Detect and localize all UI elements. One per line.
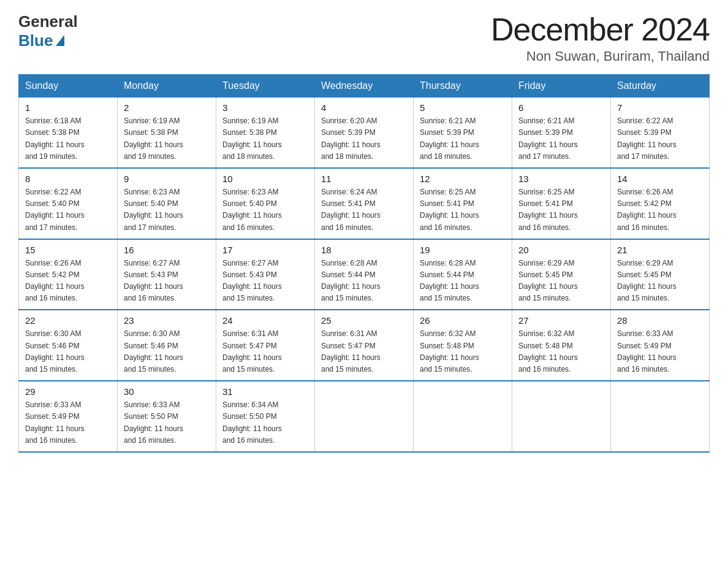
day-number: 20 bbox=[518, 245, 604, 255]
day-header-monday: Monday bbox=[118, 75, 216, 97]
logo-general: General bbox=[18, 12, 78, 31]
day-info: Sunrise: 6:33 AMSunset: 5:50 PMDaylight:… bbox=[124, 399, 210, 446]
day-header-thursday: Thursday bbox=[414, 75, 512, 97]
day-info: Sunrise: 6:26 AMSunset: 5:42 PMDaylight:… bbox=[617, 186, 703, 234]
day-info: Sunrise: 6:23 AMSunset: 5:40 PMDaylight:… bbox=[222, 186, 308, 234]
calendar-cell: 10Sunrise: 6:23 AMSunset: 5:40 PMDayligh… bbox=[216, 168, 315, 239]
day-header-friday: Friday bbox=[512, 75, 611, 97]
calendar-week-4: 22Sunrise: 6:30 AMSunset: 5:46 PMDayligh… bbox=[19, 310, 710, 381]
calendar-cell: 3Sunrise: 6:19 AMSunset: 5:38 PMDaylight… bbox=[216, 97, 315, 168]
calendar-cell: 19Sunrise: 6:28 AMSunset: 5:44 PMDayligh… bbox=[414, 239, 512, 310]
logo: General Blue bbox=[18, 12, 78, 50]
calendar-cell: 22Sunrise: 6:30 AMSunset: 5:46 PMDayligh… bbox=[19, 310, 118, 381]
calendar-week-2: 8Sunrise: 6:22 AMSunset: 5:40 PMDaylight… bbox=[19, 168, 710, 239]
calendar-cell: 11Sunrise: 6:24 AMSunset: 5:41 PMDayligh… bbox=[315, 168, 414, 239]
day-number: 7 bbox=[617, 102, 703, 113]
day-info: Sunrise: 6:19 AMSunset: 5:38 PMDaylight:… bbox=[124, 115, 210, 163]
calendar-cell: 16Sunrise: 6:27 AMSunset: 5:43 PMDayligh… bbox=[118, 239, 216, 310]
day-info: Sunrise: 6:31 AMSunset: 5:47 PMDaylight:… bbox=[321, 328, 407, 375]
day-info: Sunrise: 6:32 AMSunset: 5:48 PMDaylight:… bbox=[420, 328, 506, 375]
day-number: 19 bbox=[420, 245, 506, 255]
day-info: Sunrise: 6:33 AMSunset: 5:49 PMDaylight:… bbox=[617, 328, 703, 375]
calendar-week-3: 15Sunrise: 6:26 AMSunset: 5:42 PMDayligh… bbox=[19, 239, 710, 310]
day-info: Sunrise: 6:34 AMSunset: 5:50 PMDaylight:… bbox=[222, 399, 308, 446]
day-info: Sunrise: 6:31 AMSunset: 5:47 PMDaylight:… bbox=[222, 328, 308, 375]
day-number: 8 bbox=[25, 174, 111, 184]
calendar-cell: 5Sunrise: 6:21 AMSunset: 5:39 PMDaylight… bbox=[414, 97, 512, 168]
day-info: Sunrise: 6:22 AMSunset: 5:39 PMDaylight:… bbox=[617, 115, 703, 163]
day-info: Sunrise: 6:28 AMSunset: 5:44 PMDaylight:… bbox=[420, 258, 506, 305]
calendar-cell: 30Sunrise: 6:33 AMSunset: 5:50 PMDayligh… bbox=[118, 381, 216, 452]
calendar-week-5: 29Sunrise: 6:33 AMSunset: 5:49 PMDayligh… bbox=[19, 381, 710, 452]
day-number: 29 bbox=[25, 386, 111, 397]
day-info: Sunrise: 6:26 AMSunset: 5:42 PMDaylight:… bbox=[25, 258, 111, 305]
calendar-cell bbox=[512, 381, 611, 452]
day-number: 9 bbox=[124, 174, 210, 184]
day-number: 30 bbox=[124, 386, 210, 397]
day-headers-row: SundayMondayTuesdayWednesdayThursdayFrid… bbox=[19, 75, 710, 97]
logo-blue: Blue bbox=[18, 31, 53, 50]
day-info: Sunrise: 6:29 AMSunset: 5:45 PMDaylight:… bbox=[518, 258, 604, 305]
calendar-cell: 6Sunrise: 6:21 AMSunset: 5:39 PMDaylight… bbox=[512, 97, 611, 168]
day-info: Sunrise: 6:22 AMSunset: 5:40 PMDaylight:… bbox=[25, 186, 111, 234]
day-number: 11 bbox=[321, 174, 407, 184]
calendar-cell: 7Sunrise: 6:22 AMSunset: 5:39 PMDaylight… bbox=[611, 97, 710, 168]
title-block: December 2024 Non Suwan, Buriram, Thaila… bbox=[491, 12, 710, 64]
calendar-cell: 1Sunrise: 6:18 AMSunset: 5:38 PMDaylight… bbox=[19, 97, 118, 168]
calendar-cell bbox=[315, 381, 414, 452]
calendar-cell: 17Sunrise: 6:27 AMSunset: 5:43 PMDayligh… bbox=[216, 239, 315, 310]
calendar-cell: 2Sunrise: 6:19 AMSunset: 5:38 PMDaylight… bbox=[118, 97, 216, 168]
day-info: Sunrise: 6:29 AMSunset: 5:45 PMDaylight:… bbox=[617, 258, 703, 305]
day-number: 10 bbox=[222, 174, 308, 184]
logo-arrow-icon bbox=[56, 35, 64, 46]
day-number: 14 bbox=[617, 174, 703, 184]
month-year-title: December 2024 bbox=[491, 12, 710, 47]
page-header: General Blue December 2024 Non Suwan, Bu… bbox=[18, 12, 710, 64]
calendar-cell: 4Sunrise: 6:20 AMSunset: 5:39 PMDaylight… bbox=[315, 97, 414, 168]
day-header-saturday: Saturday bbox=[611, 75, 710, 97]
calendar-cell: 18Sunrise: 6:28 AMSunset: 5:44 PMDayligh… bbox=[315, 239, 414, 310]
calendar-cell: 28Sunrise: 6:33 AMSunset: 5:49 PMDayligh… bbox=[611, 310, 710, 381]
day-info: Sunrise: 6:23 AMSunset: 5:40 PMDaylight:… bbox=[124, 186, 210, 234]
day-info: Sunrise: 6:32 AMSunset: 5:48 PMDaylight:… bbox=[518, 328, 604, 375]
day-info: Sunrise: 6:28 AMSunset: 5:44 PMDaylight:… bbox=[321, 258, 407, 305]
day-number: 25 bbox=[321, 315, 407, 326]
day-info: Sunrise: 6:30 AMSunset: 5:46 PMDaylight:… bbox=[25, 328, 111, 375]
calendar-cell: 8Sunrise: 6:22 AMSunset: 5:40 PMDaylight… bbox=[19, 168, 118, 239]
calendar-cell bbox=[611, 381, 710, 452]
day-info: Sunrise: 6:33 AMSunset: 5:49 PMDaylight:… bbox=[25, 399, 111, 446]
day-info: Sunrise: 6:20 AMSunset: 5:39 PMDaylight:… bbox=[321, 115, 407, 163]
day-number: 13 bbox=[518, 174, 604, 184]
day-number: 31 bbox=[222, 386, 308, 397]
day-number: 4 bbox=[321, 102, 407, 113]
day-info: Sunrise: 6:18 AMSunset: 5:38 PMDaylight:… bbox=[25, 115, 111, 163]
day-info: Sunrise: 6:25 AMSunset: 5:41 PMDaylight:… bbox=[420, 186, 506, 234]
calendar-cell: 21Sunrise: 6:29 AMSunset: 5:45 PMDayligh… bbox=[611, 239, 710, 310]
day-number: 12 bbox=[420, 174, 506, 184]
day-number: 15 bbox=[25, 245, 111, 255]
calendar-cell: 12Sunrise: 6:25 AMSunset: 5:41 PMDayligh… bbox=[414, 168, 512, 239]
day-info: Sunrise: 6:27 AMSunset: 5:43 PMDaylight:… bbox=[222, 258, 308, 305]
day-header-sunday: Sunday bbox=[19, 75, 118, 97]
calendar-cell: 24Sunrise: 6:31 AMSunset: 5:47 PMDayligh… bbox=[216, 310, 315, 381]
day-number: 23 bbox=[124, 315, 210, 326]
calendar-cell: 23Sunrise: 6:30 AMSunset: 5:46 PMDayligh… bbox=[118, 310, 216, 381]
calendar-cell: 15Sunrise: 6:26 AMSunset: 5:42 PMDayligh… bbox=[19, 239, 118, 310]
day-header-wednesday: Wednesday bbox=[315, 75, 414, 97]
calendar-cell: 26Sunrise: 6:32 AMSunset: 5:48 PMDayligh… bbox=[414, 310, 512, 381]
day-info: Sunrise: 6:24 AMSunset: 5:41 PMDaylight:… bbox=[321, 186, 407, 234]
day-number: 6 bbox=[518, 102, 604, 113]
calendar-cell: 20Sunrise: 6:29 AMSunset: 5:45 PMDayligh… bbox=[512, 239, 611, 310]
day-header-tuesday: Tuesday bbox=[216, 75, 315, 97]
day-number: 3 bbox=[222, 102, 308, 113]
day-number: 22 bbox=[25, 315, 111, 326]
calendar-cell bbox=[414, 381, 512, 452]
day-info: Sunrise: 6:30 AMSunset: 5:46 PMDaylight:… bbox=[124, 328, 210, 375]
calendar-cell: 9Sunrise: 6:23 AMSunset: 5:40 PMDaylight… bbox=[118, 168, 216, 239]
calendar-cell: 29Sunrise: 6:33 AMSunset: 5:49 PMDayligh… bbox=[19, 381, 118, 452]
day-number: 18 bbox=[321, 245, 407, 255]
day-number: 27 bbox=[518, 315, 604, 326]
day-number: 5 bbox=[420, 102, 506, 113]
day-info: Sunrise: 6:21 AMSunset: 5:39 PMDaylight:… bbox=[518, 115, 604, 163]
day-number: 17 bbox=[222, 245, 308, 255]
